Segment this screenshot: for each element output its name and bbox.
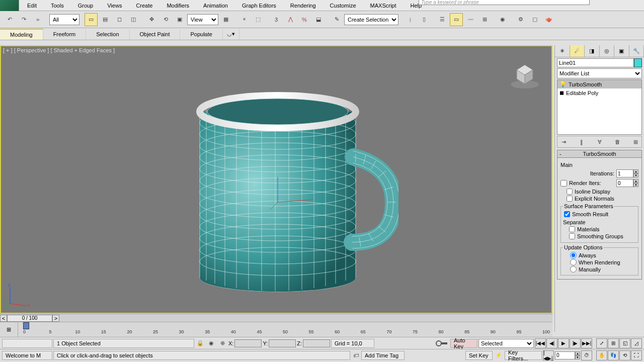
named-selection-set[interactable]: Create Selection Se [344,14,398,25]
nav-fov-icon[interactable]: ◿ [631,338,642,348]
toggle-ribbon-icon[interactable]: ▭ [450,13,463,26]
play-icon[interactable]: ▶ [558,338,569,348]
ribbon-expand[interactable]: ◡▾ [223,29,239,39]
update-always-radio[interactable] [570,252,577,258]
x-input[interactable] [234,339,262,347]
time-slider[interactable]: < 0 / 100 > [0,314,552,322]
scale-icon[interactable]: ▣ [173,13,186,26]
autokey-button[interactable]: Auto Key [450,339,477,348]
render-iters-input[interactable] [616,179,633,187]
link-icon[interactable]: ≈ [31,13,44,26]
time-config-icon[interactable]: ⏱ [581,350,592,360]
render-iters-check[interactable] [560,180,567,187]
stack-editablepoly[interactable]: ◼Editable Poly [557,88,641,97]
make-unique-icon[interactable]: ∀ [595,137,605,147]
menu-group[interactable]: Group [71,1,101,10]
mirror-icon[interactable]: ⟊ [404,13,417,26]
hierarchy-tab-icon[interactable]: ◨ [585,45,600,57]
menu-maxscript[interactable]: MAXScript [363,1,404,10]
iterations-down[interactable]: ▼ [633,173,638,177]
next-frame-btn[interactable]: > [52,315,59,322]
ribbon-modeling[interactable]: Modeling [0,29,43,40]
edit-selection-set-icon[interactable]: ✎ [330,13,343,26]
track-bar[interactable]: ⊞ 05101520253035404550556065707580859095… [0,322,552,337]
ribbon-populate[interactable]: Populate [180,29,222,39]
select-object-icon[interactable]: ▭ [85,13,98,26]
motion-tab-icon[interactable]: ◎ [600,45,615,57]
key-mode-icon[interactable]: ⚡ [494,351,504,360]
y-input[interactable] [269,339,296,347]
modifier-stack[interactable]: 💡TurboSmooth ◼Editable Poly [557,79,642,135]
key-target-drop[interactable]: Selected [478,339,534,348]
display-tab-icon[interactable]: ▣ [614,45,629,57]
schematic-view-icon[interactable]: ⊞ [478,13,491,26]
materials-check[interactable] [569,226,575,232]
nav-orbit-icon[interactable]: ⟲ [619,350,630,360]
use-center-icon[interactable]: ▦ [219,13,232,26]
menu-tools[interactable]: Tools [44,1,71,10]
undo-icon[interactable]: ↶ [3,13,16,26]
next-frame-icon[interactable]: |▶ [570,338,581,348]
key-step-icon[interactable]: |◀▶| [543,350,554,360]
object-name-field[interactable] [557,58,634,67]
nav-walk-icon[interactable]: 👣 [608,350,619,360]
key-filters-button[interactable]: Key Filters... [505,351,542,360]
remove-modifier-icon[interactable]: 🗑 [612,137,622,147]
menu-grapheditors[interactable]: Graph Editors [235,1,283,10]
menu-edit[interactable]: Edit [20,1,44,10]
menu-modifiers[interactable]: Modifiers [159,1,196,10]
iterations-input[interactable] [616,169,633,177]
pin-stack-icon[interactable]: ⇥ [558,137,569,147]
snap-toggle-icon[interactable]: 3 [270,13,283,26]
setkey-button[interactable]: Set Key [465,351,493,360]
rotate-icon[interactable]: ⟲ [159,13,172,26]
configure-sets-icon[interactable]: ⊞ [630,137,640,147]
smooth-result-check[interactable] [564,211,570,217]
isoline-check[interactable] [567,189,573,195]
show-end-result-icon[interactable]: ‖ [577,137,587,147]
viewport-label[interactable]: [ + ] [ Perspective ] [ Shaded + Edged F… [3,47,115,53]
selection-filter[interactable]: All [49,14,79,25]
time-tag-icon[interactable]: 🏷 [351,351,360,360]
viewcube[interactable] [507,55,542,90]
add-time-tag[interactable]: Add Time Tag [361,351,405,360]
update-manual-radio[interactable] [570,266,577,273]
create-tab-icon[interactable]: ✳ [555,45,570,57]
ribbon-selection[interactable]: Selection [86,29,129,39]
menu-animation[interactable]: Animation [196,1,235,10]
isolate-icon[interactable]: ◉ [206,339,216,348]
time-slider-handle[interactable]: 0 / 100 [7,315,52,322]
explicit-check[interactable] [567,196,573,202]
current-frame-input[interactable] [555,351,575,359]
track-head[interactable] [23,322,29,329]
keyboard-shortcut-icon[interactable]: ⬚ [252,13,265,26]
percent-snap-icon[interactable]: % [298,13,311,26]
layer-manager-icon[interactable]: ☰ [436,13,449,26]
move-icon[interactable]: ✥ [145,13,158,26]
align-icon[interactable]: ▯ [418,13,431,26]
ribbon-objectpaint[interactable]: Object Paint [130,29,181,39]
update-render-radio[interactable] [570,259,577,265]
render-frame-icon[interactable]: ▢ [528,13,541,26]
rollout-turbosmooth[interactable]: -TurboSmooth [557,150,642,158]
nav-zoomall-icon[interactable]: ⊞ [608,338,619,348]
render-setup-icon[interactable]: ⚙ [514,13,527,26]
ribbon-freeform[interactable]: Freeform [43,29,87,39]
modify-tab-icon[interactable]: ☄ [570,45,585,57]
object-color-swatch[interactable] [634,58,642,67]
stack-turbosmooth[interactable]: 💡TurboSmooth [557,80,641,88]
render-icon[interactable]: 🫖 [542,13,555,26]
app-logo[interactable] [0,0,19,11]
iterations-up[interactable]: ▲ [633,169,638,173]
set-key-large-icon[interactable] [434,338,449,348]
window-crossing-icon[interactable]: ◫ [127,13,140,26]
prev-frame-icon[interactable]: ◀| [546,338,557,348]
manipulate-icon[interactable]: ⚬ [237,13,251,26]
menu-customize[interactable]: Customize [323,1,363,10]
track-config-icon[interactable]: ⊞ [0,322,18,337]
redo-icon[interactable]: ↷ [17,13,30,26]
search-box[interactable]: Type a keyword or phrase [419,0,590,5]
goto-end-icon[interactable]: ▶▶| [581,338,592,348]
perspective-viewport[interactable]: [ + ] [ Perspective ] [ Shaded + Edged F… [0,45,552,314]
goto-start-icon[interactable]: |◀◀ [535,338,546,348]
